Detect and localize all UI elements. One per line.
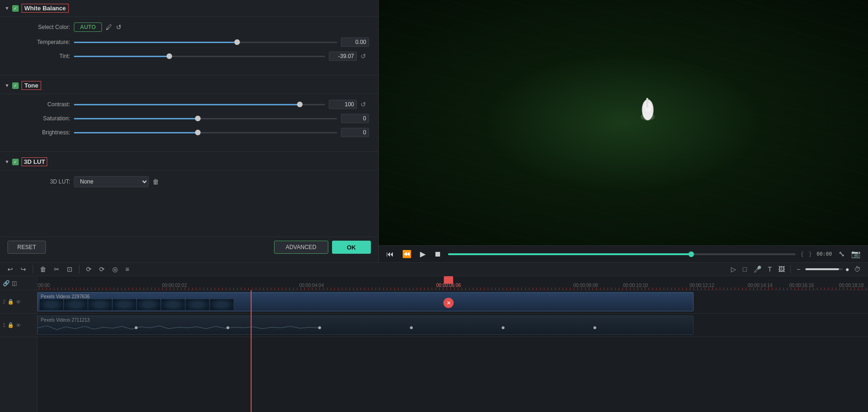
mic-btn[interactable]: 🎤 <box>752 265 763 274</box>
lut-section-header[interactable]: ▼ 3D LUT <box>0 154 378 170</box>
keyframe-marker[interactable]: ✕ <box>443 298 454 308</box>
brightness-slider[interactable] <box>74 128 337 137</box>
playhead-ruler-marker <box>444 276 453 284</box>
undo-button[interactable]: ↩ <box>6 265 15 274</box>
eyedropper-icon[interactable]: 🖊 <box>106 23 112 31</box>
play-head-btn[interactable]: ▷ <box>729 265 738 274</box>
contrast-row: Contrast: 100 ↺ <box>19 100 369 109</box>
tint-slider[interactable] <box>74 52 325 61</box>
brightness-row: Brightness: 0 <box>19 128 369 137</box>
redo-button[interactable]: ↪ <box>19 265 28 274</box>
svg-rect-5 <box>37 287 868 290</box>
lut-chevron: ▼ <box>5 159 9 164</box>
reset-small-wb[interactable]: ↺ <box>116 23 122 31</box>
auto-button[interactable]: AUTO <box>74 22 102 32</box>
reset-button[interactable]: RESET <box>7 241 46 254</box>
water-texture <box>379 0 868 245</box>
timeline-scroll-area: 00:00:00:00 00:00:02:02 00:00:04:04 00:0… <box>37 276 868 412</box>
screenshot-button[interactable]: 📷 <box>849 249 862 259</box>
timeline-toolbar: ↩ ↪ 🗑 ✂ ⊡ ⟳ ⟳ ◎ ≡ ▷ □ 🎤 T 🖼 − ● ⏱ <box>0 263 868 276</box>
undo-special-button[interactable]: ⟳ <box>84 265 94 274</box>
saturation-slider[interactable] <box>74 114 337 123</box>
wb-checkbox[interactable] <box>12 5 19 12</box>
progress-bar[interactable] <box>448 253 796 255</box>
white-balance-section-header[interactable]: ▼ White Balance <box>0 0 378 17</box>
audio-track-content: Pexels Videos 2711213 <box>37 314 868 337</box>
svg-point-3 <box>641 113 655 120</box>
temperature-row: Temperature: 0.00 <box>19 37 369 47</box>
track1-lock-icon[interactable]: 🔒 <box>7 322 14 328</box>
lut-trash-icon[interactable]: 🗑 <box>152 178 159 185</box>
track1-eye-icon[interactable]: 👁 <box>16 323 21 328</box>
video-clip[interactable]: Pexels Videos 2297636 <box>37 292 694 311</box>
play-button[interactable]: ▶ <box>418 249 427 259</box>
tint-value[interactable]: -39.07 <box>329 52 357 61</box>
brightness-value[interactable]: 0 <box>341 128 369 137</box>
track2-eye-icon[interactable]: 👁 <box>16 299 21 305</box>
tone-checkbox[interactable] <box>12 82 19 89</box>
timeline-ruler[interactable]: 00:00:00:00 00:00:02:02 00:00:04:04 00:0… <box>37 276 868 290</box>
audio-clip[interactable]: Pexels Videos 2711213 <box>37 316 694 335</box>
video-background <box>379 0 868 245</box>
link-icon[interactable]: 🔗 <box>3 280 10 287</box>
effect-button[interactable]: ◎ <box>110 265 120 274</box>
svg-point-6 <box>135 326 137 329</box>
rewind-button[interactable]: ⏮ <box>384 249 396 259</box>
prev-frame-button[interactable]: ⏪ <box>400 249 413 259</box>
svg-point-9 <box>410 326 413 329</box>
redo-special-button[interactable]: ⟳ <box>97 265 107 274</box>
tone-chevron: ▼ <box>5 83 9 88</box>
stop-button[interactable]: ⏹ <box>432 249 443 259</box>
progress-thumb <box>688 251 694 257</box>
temperature-slider[interactable] <box>74 37 337 47</box>
track2-controls: 2 🔒 👁 <box>0 290 37 314</box>
clip-btn[interactable]: □ <box>741 265 748 274</box>
tint-reset-icon[interactable]: ↺ <box>361 52 369 60</box>
thumb-5 <box>137 299 160 310</box>
thumb-4 <box>113 299 136 310</box>
clock-btn[interactable]: ⏱ <box>852 265 862 274</box>
contrast-value[interactable]: 100 <box>329 100 357 109</box>
select-color-row: Select Color: AUTO 🖊 ↺ <box>19 22 369 32</box>
saturation-value[interactable]: 0 <box>341 114 369 123</box>
list-button[interactable]: ≡ <box>123 265 131 274</box>
toolbar-separator-1 <box>33 265 33 273</box>
ruler-ticks <box>37 286 868 290</box>
boat-icon <box>636 91 659 128</box>
magnet-icon[interactable]: ◫ <box>12 280 17 287</box>
image-btn[interactable]: 🖼 <box>776 265 787 274</box>
audio-waveform <box>38 325 693 332</box>
ctrl-icons-right: ⤡ 📷 <box>837 249 862 259</box>
contrast-reset-icon[interactable]: ↺ <box>361 101 369 108</box>
lut-checkbox[interactable] <box>12 159 19 165</box>
caption-btn[interactable]: T <box>766 265 774 274</box>
bottom-buttons: RESET ADVANCED OK <box>0 236 378 258</box>
track2-number: 2 <box>3 299 6 304</box>
svg-point-10 <box>502 326 505 329</box>
track2-lock-icon[interactable]: 🔒 <box>7 299 14 305</box>
thumb-7 <box>186 299 209 310</box>
ok-button[interactable]: OK <box>332 241 371 254</box>
wb-chevron: ▼ <box>5 6 9 11</box>
wb-title: White Balance <box>22 4 69 13</box>
svg-point-7 <box>226 326 229 329</box>
fullscreen-button[interactable]: ⤡ <box>837 249 846 259</box>
transform-button[interactable]: ⊡ <box>65 265 74 274</box>
advanced-button[interactable]: ADVANCED <box>274 241 328 254</box>
timeline-area: ↩ ↪ 🗑 ✂ ⊡ ⟳ ⟳ ◎ ≡ ▷ □ 🎤 T 🖼 − ● ⏱ <box>0 262 868 412</box>
delete-button[interactable]: 🗑 <box>38 265 48 274</box>
contrast-slider[interactable] <box>74 100 325 109</box>
right-panel: ⏮ ⏪ ▶ ⏹ { } 00:00 ⤡ 📷 <box>379 0 868 262</box>
temperature-value[interactable]: 0.00 <box>341 37 369 47</box>
cut-button[interactable]: ✂ <box>52 265 61 274</box>
tone-section-header[interactable]: ▼ Tone <box>0 77 378 94</box>
track1-controls: 1 🔒 👁 <box>0 314 37 337</box>
thumb-2 <box>64 299 87 310</box>
lut-select[interactable]: None Cinematic Warm Cool Vintage <box>74 176 149 187</box>
minus-btn[interactable]: − <box>795 265 802 274</box>
video-controls-bar: ⏮ ⏪ ▶ ⏹ { } 00:00 ⤡ 📷 <box>379 245 868 262</box>
left-panel: ▼ White Balance Select Color: AUTO 🖊 ↺ T… <box>0 0 379 262</box>
lut-label: 3D LUT: <box>19 178 70 185</box>
zoom-bar[interactable] <box>805 268 843 270</box>
temperature-label: Temperature: <box>19 39 70 45</box>
